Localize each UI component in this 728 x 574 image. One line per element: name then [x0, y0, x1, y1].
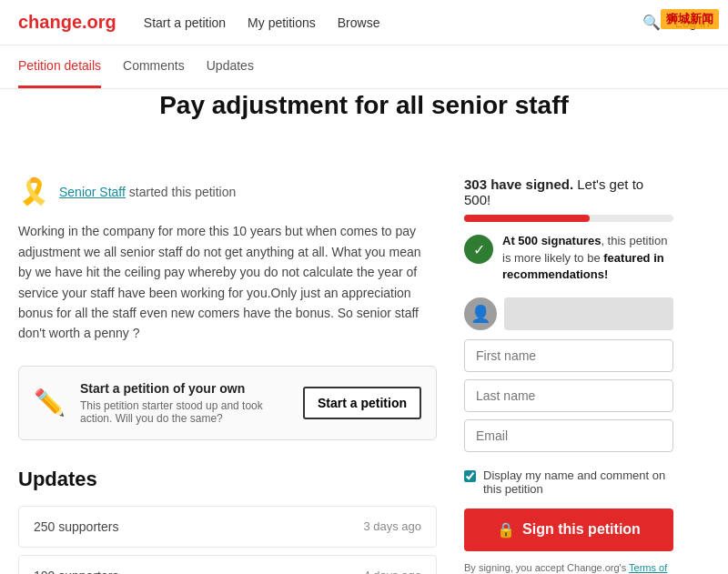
cta-title: Start a petition of your own: [80, 381, 288, 396]
update-time-2: 4 days ago: [363, 569, 421, 574]
name-input-placeholder: [504, 297, 673, 330]
main-nav: Start a petition My petitions Browse: [144, 15, 642, 30]
right-column: 303 have signed. Let's get to 500! ✓ At …: [464, 176, 673, 574]
ribbon-icon: 🎗️: [18, 176, 50, 206]
cta-text-block: Start a petition of your own This petiti…: [80, 381, 288, 425]
update-label-1: 250 supporters: [34, 519, 118, 534]
checkbox-row: Display my name and comment on this peti…: [464, 468, 673, 496]
sign-petition-button[interactable]: 🔒 Sign this petition: [464, 509, 673, 551]
starter-link[interactable]: Senior Staff: [59, 185, 126, 199]
tab-petition-details[interactable]: Petition details: [18, 45, 101, 88]
signature-count: 303 have signed. Let's get to 500!: [464, 176, 673, 207]
petition-body: Working in the company for more this 10 …: [18, 221, 437, 343]
featured-text: At 500 signatures, this petition is more…: [502, 233, 673, 283]
start-petition-button[interactable]: Start a petition: [303, 387, 421, 419]
page-title: Pay adjustment for all senior staff: [0, 89, 728, 122]
featured-box: ✓ At 500 signatures, this petition is mo…: [464, 233, 673, 283]
tabs: Petition details Comments Updates: [0, 45, 728, 89]
tab-updates[interactable]: Updates: [207, 45, 254, 88]
lock-icon: 🔒: [497, 521, 515, 539]
cta-box: ✏️ Start a petition of your own This pet…: [18, 366, 437, 440]
nav-browse[interactable]: Browse: [338, 15, 380, 30]
featured-check-icon: ✓: [464, 235, 493, 264]
nav-my-petitions[interactable]: My petitions: [248, 15, 316, 30]
tab-comments[interactable]: Comments: [123, 45, 185, 88]
starter-text: Senior Staff started this petition: [59, 185, 236, 199]
nav-start-petition[interactable]: Start a petition: [144, 15, 226, 30]
progress-bar-background: [464, 215, 673, 222]
left-column: 🎗️ Senior Staff started this petition Wo…: [18, 176, 437, 574]
user-avatar: 👤: [464, 297, 497, 330]
last-name-input[interactable]: [464, 379, 673, 412]
logo[interactable]: change.org: [18, 12, 116, 33]
header: change.org Start a petition My petitions…: [0, 0, 728, 45]
first-name-input[interactable]: [464, 339, 673, 372]
search-button[interactable]: 🔍: [642, 14, 661, 31]
display-name-checkbox[interactable]: [464, 470, 476, 482]
cta-subtitle: This petition starter stood up and took …: [80, 399, 288, 425]
starter-row: 🎗️ Senior Staff started this petition: [18, 176, 437, 206]
update-item-1: 250 supporters 3 days ago: [18, 506, 437, 548]
update-time-1: 3 days ago: [363, 519, 421, 533]
watermark: 狮城新闻: [661, 9, 719, 29]
update-item-2: 100 supporters 4 days ago: [18, 555, 437, 574]
cta-pencil-icon: ✏️: [34, 388, 66, 418]
main-content: 🎗️ Senior Staff started this petition Wo…: [0, 149, 728, 574]
updates-title: Updates: [18, 468, 437, 491]
sign-button-label: Sign this petition: [522, 521, 641, 538]
avatar-row: 👤: [464, 297, 673, 330]
checkbox-label: Display my name and comment on this peti…: [483, 468, 673, 496]
progress-bar-fill: [464, 215, 590, 222]
email-input[interactable]: [464, 419, 673, 452]
terms-text: By signing, you accept Change.org's Term…: [464, 560, 673, 574]
update-label-2: 100 supporters: [34, 569, 118, 574]
